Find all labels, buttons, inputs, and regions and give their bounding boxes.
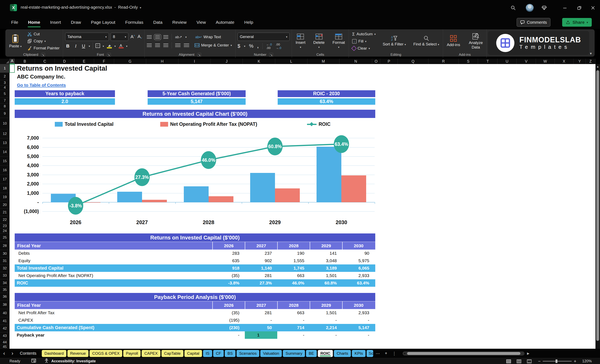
column-header-F[interactable]: F [94,59,114,64]
menu-tab-review[interactable]: Review [168,16,192,29]
column-header-U[interactable]: U [497,59,517,64]
fill-color-button[interactable] [106,44,112,48]
table-of-contents-link[interactable]: Go to Table of Contents [17,83,66,88]
zoom-out-button[interactable]: − [538,359,541,364]
sheet-tab-cogs-opex[interactable]: COGS & OPEX [90,350,122,357]
decrease-decimal-button[interactable]: .00→.0 [276,43,281,50]
row-header-33[interactable]: 33 [0,272,9,279]
orientation-dropdown[interactable]: ▾ [185,36,187,39]
font-color-button[interactable]: A [118,44,124,48]
sheet-tab-be[interactable]: BE [306,350,317,357]
paste-button[interactable]: Paste ▾ [8,34,23,48]
column-header-M[interactable]: M [308,59,340,64]
fill-color-dropdown[interactable]: ▾ [114,45,116,48]
cell-value[interactable]: 2,933 [342,309,375,317]
macro-record-icon[interactable] [31,359,36,364]
sheet-tab-roic[interactable]: ROIC [318,350,333,357]
cut-button[interactable]: Cut [26,31,61,37]
underline-button[interactable]: U [81,43,86,49]
cell-value[interactable]: 2,214 [310,324,342,331]
share-button[interactable]: Share ▾ [562,18,592,27]
zoom-slider[interactable] [543,361,572,362]
column-header-B[interactable]: B [15,59,35,64]
alignment-dialog-launcher[interactable]: ↘ [197,53,201,57]
cell-value[interactable]: 902 [245,257,277,264]
fill-button[interactable]: ↓Fill▾ [351,38,377,44]
page-break-preview-icon[interactable] [527,359,532,363]
horizontal-scrollbar-thumb[interactable] [407,352,520,355]
accessibility-status[interactable]: Accessibility: Investigate [51,359,96,363]
row-header-36[interactable]: 36 [0,293,9,300]
sort-filter-button[interactable]: AZ Sort & Filter ▾ [381,36,408,46]
sheet-nav-left-icon[interactable]: ‹ [0,350,8,356]
column-header-I[interactable]: I [178,59,211,64]
cell-value[interactable]: (195) [212,317,245,324]
shrink-font-button[interactable]: A˅ [137,34,142,40]
row-header-30[interactable]: 30 [0,250,9,257]
column-header-Y[interactable]: Y [573,59,586,64]
menu-tab-data[interactable]: Data [148,16,167,29]
row-header-12[interactable]: 12 [0,129,9,138]
row-header-44[interactable]: 44 [0,340,9,345]
cell-value[interactable]: 3,189 [310,264,342,272]
row-header-35[interactable]: 35 [0,287,9,293]
increase-decimal-button[interactable]: ←.0.00 [266,43,272,50]
sheet-tab-dashboard[interactable]: Dashboard [42,350,66,357]
row-header-16[interactable]: 16 [0,166,9,175]
font-color-dropdown[interactable]: ▾ [126,45,128,48]
column-header-O[interactable]: O [372,59,380,64]
cell-value[interactable]: - [277,331,310,339]
row-header-1[interactable]: 1 [0,64,9,73]
premium-gem-icon[interactable] [540,4,548,12]
cell-value[interactable]: 281 [245,309,277,317]
cell-value[interactable]: - [342,331,375,339]
row-header-34[interactable]: 34 [0,279,9,287]
column-header-L[interactable]: L [275,59,308,64]
scroll-left-icon[interactable]: ◀ [403,352,405,355]
accounting-format-dropdown[interactable]: ▾ [244,45,245,48]
cell-value[interactable]: 63.4% [342,279,375,287]
merge-center-button[interactable]: Merge & Center▾ [193,42,233,48]
normal-view-icon[interactable] [506,359,511,363]
cell-value[interactable]: 1,555 [277,257,310,264]
cell-value[interactable]: - [342,317,375,324]
cell-value[interactable]: 27.3% [245,279,277,287]
insert-cells-button[interactable]: Insert▾ [294,34,307,49]
sheet-tab-summary[interactable]: Summary [283,350,305,357]
sheet-tab-valuation[interactable]: Valuation [260,350,282,357]
row-header-45[interactable]: 45 [0,345,9,349]
menu-tab-automate[interactable]: Automate [211,16,239,29]
column-header-D[interactable]: D [55,59,75,64]
column-header-P[interactable]: P [380,59,398,64]
cell-value[interactable]: 50 [245,324,277,331]
vertical-scrollbar-thumb[interactable] [596,70,599,341]
align-right-button[interactable] [163,44,168,47]
zoom-in-button[interactable]: + [574,359,576,364]
close-button[interactable] [589,4,597,12]
font-dialog-launcher[interactable]: ↘ [107,53,111,57]
row-header-20[interactable]: 20 [0,201,9,209]
row-header-28[interactable]: 28 [0,242,9,250]
align-center-button[interactable] [155,44,160,47]
copy-button[interactable]: Copy▾ [26,38,61,44]
row-header-15[interactable]: 15 [0,157,9,166]
cell-value[interactable]: 60.8% [310,279,342,287]
column-header-J[interactable]: J [211,59,243,64]
cell-value[interactable]: - [245,317,277,324]
sheet-tab-is[interactable]: IS [203,350,212,357]
row-header-41[interactable]: 41 [0,317,9,325]
wrap-text-button[interactable]: ab↩ Wrap Text [194,34,222,40]
cell-value[interactable]: 918 [212,264,245,272]
font-size-select[interactable]: 8▾ [111,33,128,41]
vertical-scrollbar[interactable]: ▲ [595,64,600,349]
row-header-18[interactable]: 18 [0,184,9,193]
collapse-ribbon-chevron-icon[interactable]: ▾ [590,51,592,56]
orientation-button[interactable]: ab↗ [175,35,182,39]
cell-value[interactable]: 5,975 [342,257,375,264]
row-header-14[interactable]: 14 [0,147,9,157]
sheet-tab-kpis[interactable]: KPIs [352,350,366,357]
sheet-tab-bs[interactable]: BS [225,350,235,357]
cell-value[interactable]: (35) [212,309,245,317]
column-header-K[interactable]: K [243,59,275,64]
row-header-40[interactable]: 40 [0,309,9,317]
